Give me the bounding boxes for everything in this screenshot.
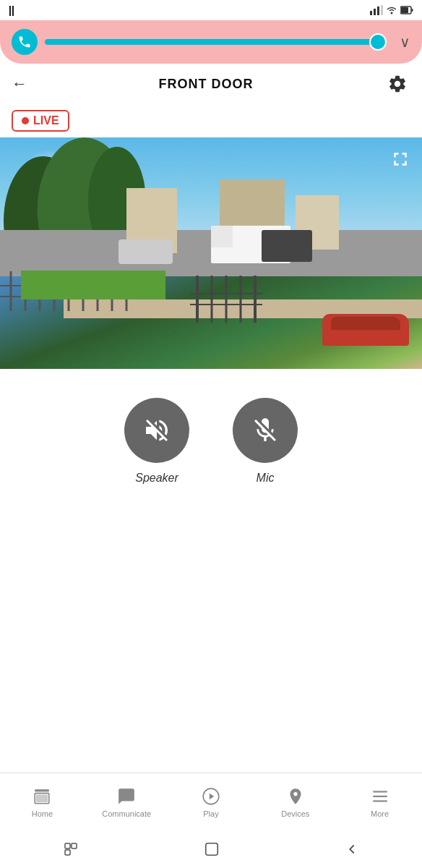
- status-icons: [370, 5, 413, 15]
- nav-item-home[interactable]: Home: [0, 786, 85, 818]
- more-icon: [370, 786, 390, 807]
- svg-rect-2: [377, 7, 379, 15]
- controls-section: Speaker Mic: [0, 369, 422, 499]
- back-button-icon: [344, 841, 360, 857]
- android-back-button[interactable]: [344, 841, 360, 857]
- dark-vehicle: [262, 230, 312, 262]
- controls-row: Speaker Mic: [124, 398, 298, 485]
- mic-control: Mic: [233, 398, 298, 485]
- home-button-icon: [204, 841, 220, 857]
- live-badge: LIVE: [12, 110, 69, 132]
- android-home-button[interactable]: [204, 841, 220, 857]
- android-nav-bar: [0, 830, 422, 868]
- home-icon: [32, 786, 52, 807]
- speaker-muted-icon: [142, 416, 171, 445]
- nav-label-play: Play: [203, 809, 218, 818]
- nav-item-devices[interactable]: Devices: [253, 786, 337, 818]
- call-slider-thumb[interactable]: [369, 33, 387, 51]
- svg-rect-29: [35, 789, 50, 791]
- bottom-nav: Home Communicate Play Devices: [0, 773, 422, 830]
- nav-label-devices: Devices: [281, 809, 309, 818]
- svg-rect-0: [370, 11, 372, 15]
- nav-label-more: More: [371, 809, 389, 818]
- call-banner[interactable]: ∨: [0, 20, 422, 64]
- fullscreen-icon: [389, 148, 411, 170]
- signal-icon: [370, 5, 383, 15]
- mic-button[interactable]: [233, 398, 298, 463]
- status-time: ||: [9, 4, 14, 16]
- back-button[interactable]: ←: [12, 75, 27, 93]
- page-title: FRONT DOOR: [159, 77, 254, 92]
- mic-muted-icon: [251, 416, 280, 445]
- call-icon: [12, 29, 38, 55]
- recents-icon: [62, 841, 79, 858]
- nav-item-play[interactable]: Play: [169, 786, 254, 818]
- svg-rect-3: [381, 5, 383, 15]
- live-section: LIVE: [0, 104, 422, 137]
- live-dot: [22, 117, 29, 124]
- battery-icon: [400, 6, 413, 14]
- nav-item-more[interactable]: More: [337, 786, 422, 818]
- svg-rect-1: [374, 9, 376, 15]
- fence-right: [190, 276, 262, 323]
- settings-button[interactable]: [384, 71, 410, 97]
- svg-rect-35: [65, 843, 70, 848]
- nav-label-communicate: Communicate: [102, 809, 151, 818]
- nav-label-home: Home: [32, 809, 53, 818]
- camera-feed: [0, 137, 422, 369]
- status-bar: ||: [0, 0, 422, 20]
- wifi-icon: [386, 6, 397, 14]
- svg-rect-7: [412, 9, 413, 12]
- svg-rect-37: [72, 843, 77, 848]
- play-icon: [201, 786, 221, 807]
- gear-icon: [387, 74, 408, 94]
- red-car: [322, 314, 409, 346]
- speaker-label: Speaker: [135, 472, 178, 485]
- svg-rect-6: [401, 7, 408, 13]
- svg-rect-28: [37, 794, 48, 801]
- mic-label: Mic: [257, 472, 275, 485]
- suv-vehicle: [119, 239, 173, 264]
- fullscreen-button[interactable]: [387, 146, 413, 172]
- android-recents-button[interactable]: [62, 841, 79, 858]
- svg-point-4: [391, 12, 393, 14]
- speaker-control: Speaker: [124, 398, 189, 485]
- devices-icon: [285, 786, 306, 807]
- grass: [21, 271, 165, 299]
- svg-rect-36: [65, 850, 70, 855]
- call-slider-track[interactable]: [45, 39, 387, 45]
- communicate-icon: [116, 786, 137, 807]
- speaker-button[interactable]: [124, 398, 189, 463]
- live-label: LIVE: [33, 114, 59, 127]
- svg-rect-38: [206, 843, 218, 856]
- nav-item-communicate[interactable]: Communicate: [85, 786, 169, 818]
- call-chevron-icon[interactable]: ∨: [400, 33, 410, 51]
- page-header: ← FRONT DOOR: [0, 64, 422, 104]
- svg-marker-31: [210, 793, 215, 799]
